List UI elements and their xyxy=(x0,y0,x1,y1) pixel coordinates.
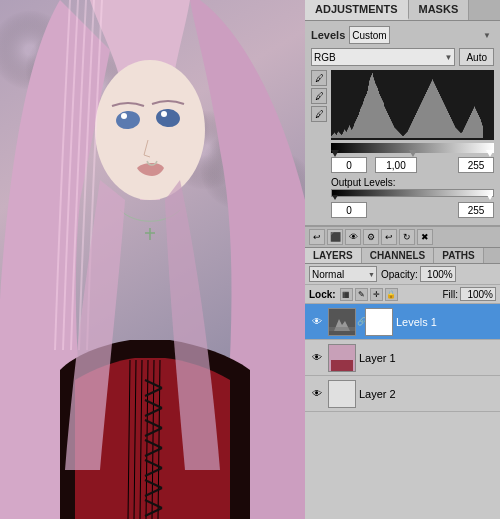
layer-visibility-icon[interactable]: 👁 xyxy=(309,350,325,366)
layer-visibility-icon[interactable]: 👁 xyxy=(309,314,325,330)
tab-paths[interactable]: PATHS xyxy=(434,248,483,263)
svg-rect-3 xyxy=(366,309,392,335)
lock-checkerboard-icon[interactable]: ▦ xyxy=(340,288,353,301)
levels-label: Levels xyxy=(311,29,345,41)
lock-label: Lock: xyxy=(309,289,336,300)
layer-thumbnail xyxy=(328,308,356,336)
panel-icon-eye[interactable]: 👁 xyxy=(345,229,361,245)
panel-toolbar: ↩ ⬛ 👁 ⚙ ↩ ↻ ✖ xyxy=(305,226,500,248)
svg-rect-2 xyxy=(329,327,355,331)
panel-icon-new[interactable]: ⬛ xyxy=(327,229,343,245)
layer-name: Layer 1 xyxy=(359,352,496,364)
eyedropper-gray-icon[interactable]: 🖊 xyxy=(311,88,327,104)
photo-canvas xyxy=(0,0,305,519)
tab-adjustments[interactable]: ADJUSTMENTS xyxy=(305,0,409,20)
layer-list: 👁 🔗 Levels 1 xyxy=(305,304,500,519)
panel-icon-reset[interactable]: ↩ xyxy=(381,229,397,245)
svg-rect-6 xyxy=(329,381,355,407)
layer-item[interactable]: 👁 Layer 1 xyxy=(305,340,500,376)
blend-mode-select[interactable]: Normal xyxy=(309,266,377,282)
layer-name: Levels 1 xyxy=(396,316,496,328)
svg-rect-5 xyxy=(331,360,353,371)
eyedropper-white-icon[interactable]: 🖊 xyxy=(311,106,327,122)
tab-layers[interactable]: LAYERS xyxy=(305,248,362,263)
panel-icon-delete[interactable]: ✖ xyxy=(417,229,433,245)
panel-icon-refresh[interactable]: ↻ xyxy=(399,229,415,245)
input-black-field[interactable] xyxy=(331,157,367,173)
lock-brush-icon[interactable]: ✎ xyxy=(355,288,368,301)
output-white-field[interactable] xyxy=(458,202,494,218)
input-white-field[interactable] xyxy=(458,157,494,173)
panel-icon-back[interactable]: ↩ xyxy=(309,229,325,245)
layer-thumbnail xyxy=(328,344,356,372)
fill-label: Fill: xyxy=(442,289,458,300)
panel-icon-gear[interactable]: ⚙ xyxy=(363,229,379,245)
auto-button[interactable]: Auto xyxy=(459,48,494,66)
lock-move-icon[interactable]: ✛ xyxy=(370,288,383,301)
channel-select[interactable]: RGB xyxy=(311,48,455,66)
tab-channels[interactable]: CHANNELS xyxy=(362,248,435,263)
layer-item[interactable]: 👁 Layer 2 xyxy=(305,376,500,412)
layer-item[interactable]: 👁 🔗 Levels 1 xyxy=(305,304,500,340)
lock-all-icon[interactable]: 🔒 xyxy=(385,288,398,301)
histogram xyxy=(331,70,494,140)
preset-select[interactable]: Custom xyxy=(349,26,390,44)
layer-visibility-icon[interactable]: 👁 xyxy=(309,386,325,402)
output-black-field[interactable] xyxy=(331,202,367,218)
opacity-field[interactable] xyxy=(420,266,456,282)
opacity-label: Opacity: xyxy=(381,269,418,280)
layer-mask-thumbnail xyxy=(365,308,393,336)
tab-masks[interactable]: MASKS xyxy=(409,0,470,20)
fill-field[interactable] xyxy=(460,287,496,301)
eyedropper-black-icon[interactable]: 🖊 xyxy=(311,70,327,86)
input-mid-field[interactable] xyxy=(375,157,417,173)
layer-name: Layer 2 xyxy=(359,388,496,400)
svg-rect-0 xyxy=(329,309,355,335)
layer-thumbnail xyxy=(328,380,356,408)
output-levels-label: Output Levels: xyxy=(331,177,395,188)
